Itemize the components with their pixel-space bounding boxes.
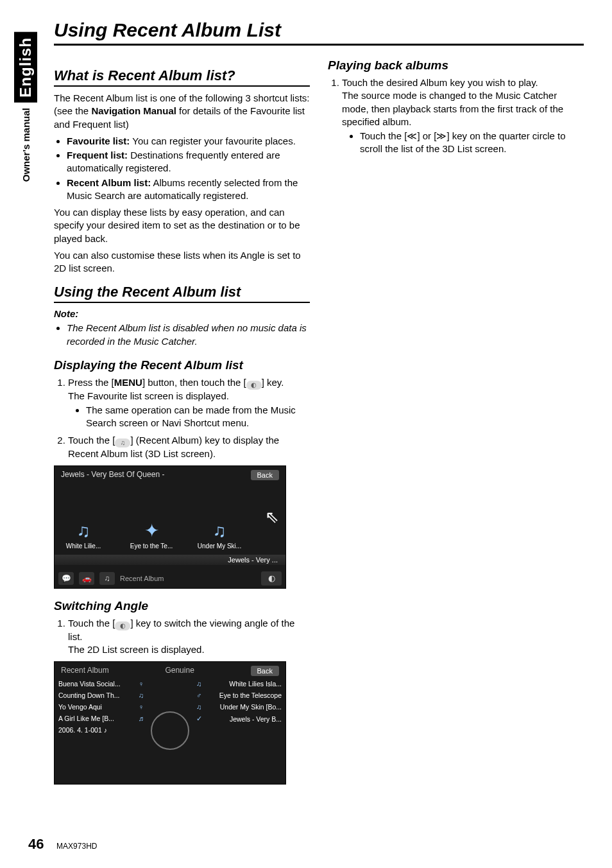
list-item[interactable]: ♂Eye to the Telescope <box>196 691 282 699</box>
list-item[interactable]: ♫White Lilies Isla... <box>196 680 282 688</box>
right-sub-bullet: Touch the [≪] or [≫] key on the quarter … <box>360 130 584 156</box>
list-item[interactable]: ♫Under My Skin [Bo... <box>196 703 282 711</box>
double-right-icon: ≫ <box>436 130 446 141</box>
right-heading: Playing back albums <box>328 58 584 73</box>
list-item[interactable]: ✓Jewels - Very B... <box>196 715 282 723</box>
car-icon[interactable]: 🚗 <box>79 572 94 585</box>
album-label: White Lilie... <box>66 542 101 550</box>
step-2: Touch the [] (Recent Album) key to displ… <box>68 434 310 460</box>
section1-post1: You can display these lists by easy oper… <box>54 206 310 245</box>
list-item: Favourite list: You can register your fa… <box>67 135 310 148</box>
list-item[interactable]: Buena Vista Social...♀ <box>58 680 144 688</box>
step1-sub-bullets: The same operation can be made from the … <box>68 404 310 430</box>
left-column: What is Recent Album list? The Recent Al… <box>54 58 310 792</box>
sc1-back-button[interactable]: Back <box>251 470 279 480</box>
step1-d: ] key. <box>262 377 284 388</box>
sub2-heading: Switching Angle <box>54 599 310 613</box>
album-icon: ♫ <box>213 521 226 541</box>
menu-bold: MENU <box>114 377 142 388</box>
sc1-album[interactable]: ✦ Eye to the Te... <box>129 520 174 550</box>
sc2-top-label: Recent Album <box>61 666 109 676</box>
music-mode-icon[interactable]: ♫ <box>99 572 115 585</box>
sub1-steps: Press the [MENU] button, then touch the … <box>54 376 310 460</box>
row-label: 2006. 4. 1-001 ♪ <box>58 726 107 734</box>
note-bullets: The Recent Album list is disabled when n… <box>54 322 310 348</box>
screenshot-3d-list: Jewels - Very Best Of Queen - Back ♫ Whi… <box>54 465 286 589</box>
list-item[interactable]: 2006. 4. 1-001 ♪ <box>58 726 144 734</box>
right-sub-b: ] or [ <box>417 130 436 141</box>
screenshot-2d-list: Recent Album Genuine Back Buena Vista So… <box>54 661 286 785</box>
right-steps: Touch the desired Album key you wish to … <box>328 76 584 156</box>
section1-rule <box>54 85 310 87</box>
section1-post2: You can also customise these lists when … <box>54 249 310 275</box>
model-label: MAX973HD <box>56 842 97 851</box>
sc2-top: Recent Album Genuine Back <box>61 666 279 676</box>
album-label: Eye to the Te... <box>130 542 173 550</box>
row-icon: ♫ <box>196 703 201 711</box>
side-language: English <box>14 32 37 103</box>
row-label: Counting Down Th... <box>58 691 120 699</box>
sc2-back-button[interactable]: Back <box>251 666 279 676</box>
right-step1-text: Touch the desired Album key you wish to … <box>342 77 538 88</box>
section1-heading: What is Recent Album list? <box>54 67 310 84</box>
cursor-arrow-icon: ⇖ <box>265 507 279 527</box>
sc2-body: Buena Vista Social...♀ Counting Down Th.… <box>55 677 285 784</box>
recent-album-icon <box>115 438 130 447</box>
album-icon: ✦ <box>144 520 159 541</box>
page-title: Using Recent Album List <box>54 19 584 41</box>
list-item: Frequent list: Destinations frequently e… <box>67 149 310 175</box>
sc1-title: Jewels - Very Best Of Queen - <box>61 470 164 480</box>
row-label: White Lilies Isla... <box>229 680 282 688</box>
row-label: Eye to the Telescope <box>219 691 282 699</box>
album-label: Under My Ski... <box>198 542 241 550</box>
speech-icon[interactable]: 💬 <box>58 572 74 585</box>
right-column: Playing back albums Touch the desired Al… <box>328 58 584 792</box>
angle-icon <box>115 621 130 630</box>
sc1-footer-label: Recent Album <box>120 575 256 582</box>
sc1-header: Jewels - Very Best Of Queen - Back <box>61 470 279 480</box>
columns: What is Recent Album list? The Recent Al… <box>54 58 584 792</box>
scroll-circle[interactable] <box>151 711 189 750</box>
row-icon: ♂ <box>196 691 201 699</box>
step1-a: Press the [ <box>68 377 114 388</box>
sc2-left: Buena Vista Social...♀ Counting Down Th.… <box>55 677 148 784</box>
step-1: Touch the [] key to switch the viewing a… <box>68 617 310 657</box>
list-item[interactable]: Counting Down Th...♫ <box>58 691 144 699</box>
sub1-heading: Displaying the Recent Album list <box>54 358 310 372</box>
section1-intro: The Recent Album list is one of the foll… <box>54 92 310 131</box>
double-left-icon: ≪ <box>407 130 417 141</box>
step2-a: Touch the [ <box>68 435 115 446</box>
sc1-footer: 💬 🚗 ♫ Recent Album ◐ <box>58 571 282 586</box>
view-toggle-icon[interactable]: ◐ <box>261 571 282 586</box>
bullet-bold: Frequent list: <box>67 150 128 161</box>
album-icon: ♫ <box>77 521 90 541</box>
row-icon: ♫ <box>139 691 144 699</box>
bullet-text: You can register your favourite places. <box>130 135 296 146</box>
row-label: Buena Vista Social... <box>58 680 121 688</box>
section2-heading: Using the Recent Album list <box>54 284 310 300</box>
right-step1: Touch the desired Album key you wish to … <box>342 76 584 156</box>
step1-sub: The same operation can be made from the … <box>86 404 310 430</box>
row-icon: ♬ <box>139 715 144 722</box>
section1-bullets: Favourite list: You can register your fa… <box>54 135 310 202</box>
list-item[interactable]: A Girl Like Me [B...♬ <box>58 715 144 722</box>
sc2-top-center: Genuine <box>165 666 194 676</box>
sc1-strip: Jewels - Very ... <box>55 555 285 565</box>
sc1-mid: ♫ White Lilie... ✦ Eye to the Te... ♫ Un… <box>61 485 279 552</box>
sc1-album[interactable]: ♫ White Lilie... <box>61 521 106 550</box>
shortcut-icon <box>246 381 262 390</box>
sub2-step1-post: The 2D List screen is displayed. <box>68 643 310 656</box>
sc1-album[interactable]: ♫ Under My Ski... <box>197 521 242 550</box>
step1-post: The Favourite list screen is displayed. <box>68 390 310 403</box>
sc2-right: ♫White Lilies Isla... ♂Eye to the Telesc… <box>192 677 285 784</box>
side-tab: English Owner's manual <box>12 32 40 186</box>
sub2-steps: Touch the [] key to switch the viewing a… <box>54 617 310 657</box>
row-icon: ♀ <box>139 680 144 688</box>
row-icon: ✓ <box>196 715 202 723</box>
row-label: Under My Skin [Bo... <box>220 703 282 711</box>
list-item[interactable]: Yo Vengo Aqui♀ <box>58 703 144 711</box>
right-step1-post: The source mode is changed to the Music … <box>342 89 584 128</box>
section2-rule <box>54 302 310 303</box>
row-icon: ♀ <box>139 703 144 711</box>
right-sub-a: Touch the [ <box>360 130 407 141</box>
